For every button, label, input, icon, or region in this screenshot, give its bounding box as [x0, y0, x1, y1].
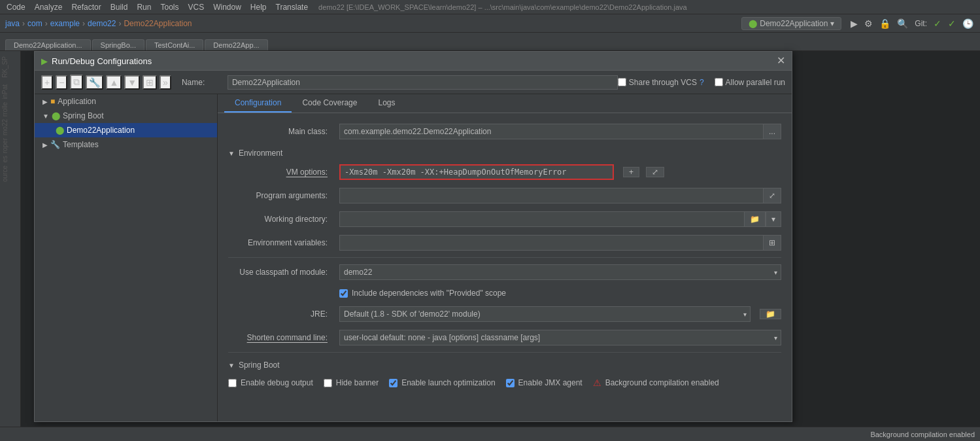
breadcrumb-class[interactable]: Demo22Application [124, 19, 192, 28]
tab-configuration[interactable]: Configuration [224, 94, 292, 113]
left-panel-label2: inPat [0, 83, 10, 101]
git-check2-icon[interactable]: ✓ [947, 17, 957, 30]
hide-banner-label: Hide banner [336, 378, 379, 387]
more-button[interactable]: » [160, 75, 171, 90]
env-vars-edit-button[interactable]: ⊞ [763, 235, 781, 251]
main-class-input[interactable] [339, 124, 763, 139]
hide-banner-row: Hide banner [324, 378, 379, 387]
classpath-label: Use classpath of module: [228, 268, 333, 277]
vm-options-fullscreen-button[interactable]: ⤢ [646, 167, 664, 177]
editor-tab-spring[interactable]: SpringBo... [92, 39, 144, 50]
menu-code[interactable]: Code [3, 1, 29, 13]
enable-jmx-label: Enable JMX agent [518, 378, 583, 387]
tree-item-templates[interactable]: ▶ 🔧 Templates [35, 137, 217, 152]
tab-code-coverage[interactable]: Code Coverage [292, 94, 367, 113]
working-dir-input[interactable] [339, 211, 744, 227]
tree-item-spring-boot-label: Spring Boot [63, 111, 104, 120]
enable-launch-checkbox[interactable] [389, 379, 397, 387]
help-icon[interactable]: ? [700, 78, 704, 87]
name-input[interactable] [228, 75, 618, 90]
editor-tab-testcont[interactable]: TestContAi... [146, 39, 203, 50]
tab-logs[interactable]: Logs [367, 94, 405, 113]
move-down-button[interactable]: ▼ [124, 75, 140, 90]
wrench-config-button[interactable]: 🔧 [86, 75, 103, 90]
move-up-button[interactable]: ▲ [106, 75, 122, 90]
tree-item-application-label: Application [58, 97, 96, 106]
editor-tab-demo22app[interactable]: Demo22Application... [5, 39, 91, 50]
allow-parallel-label: Allow parallel run [726, 78, 785, 87]
enable-launch-label: Enable launch optimization [401, 378, 495, 387]
env-arrow-icon: ▼ [228, 150, 235, 157]
dialog-title: ▶ Run/Debug Configurations [41, 56, 152, 66]
program-args-input[interactable] [339, 188, 763, 203]
jre-select[interactable]: Default (1.8 - SDK of 'demo22' module) [339, 306, 751, 322]
clock-icon[interactable]: 🕒 [961, 17, 975, 30]
breadcrumb-example[interactable]: example [50, 19, 80, 28]
app-arrow-icon: ▶ [42, 98, 48, 105]
run-config-label: Demo22Application [760, 19, 828, 28]
vm-options-expand-button[interactable]: + [623, 167, 639, 177]
env-vars-label: Environment variables: [228, 238, 333, 247]
search-icon[interactable]: 🔍 [896, 17, 909, 30]
program-args-row: Program arguments: ⤢ [228, 184, 781, 207]
config-form: Main class: ... ▼ Environment [218, 113, 792, 400]
vm-options-input[interactable] [339, 164, 614, 180]
menu-help[interactable]: Help [246, 1, 271, 13]
remove-config-button[interactable]: − [56, 75, 67, 90]
env-vars-row: Environment variables: ⊞ [228, 231, 781, 255]
add-config-button[interactable]: + [41, 75, 53, 90]
environment-section-header[interactable]: ▼ Environment [228, 143, 781, 160]
enable-debug-checkbox[interactable] [228, 379, 237, 387]
enable-launch-row: Enable launch optimization [389, 378, 495, 387]
env-vars-input[interactable] [339, 235, 763, 251]
share-vcs-checkbox[interactable] [618, 78, 626, 86]
gear-icon[interactable]: ⚙ [863, 17, 874, 30]
breadcrumb-demo22[interactable]: demo22 [88, 19, 116, 28]
shorten-cmd-row: Shorten command line: user-local default… [228, 326, 781, 349]
menu-refactor[interactable]: Refactor [67, 1, 105, 13]
breadcrumb-java[interactable]: java [5, 19, 20, 28]
form-divider-2 [228, 352, 781, 353]
working-dir-dropdown-button[interactable]: ▾ [766, 211, 781, 227]
menu-analyze[interactable]: Analyze [31, 1, 67, 13]
run-icon[interactable]: ▶ [849, 17, 859, 30]
classpath-select[interactable]: demo22 [339, 264, 781, 280]
working-dir-browse-button[interactable]: 📁 [744, 211, 766, 227]
spring-boot-section-header[interactable]: ▼ Spring Boot [228, 355, 781, 372]
tree-item-application[interactable]: ▶ ■ Application [35, 94, 217, 109]
copy-config-button[interactable]: ⧉ [70, 75, 83, 90]
breadcrumb-com[interactable]: com [27, 19, 42, 28]
hide-banner-checkbox[interactable] [324, 379, 332, 387]
working-dir-row: Working directory: 📁 ▾ [228, 207, 781, 231]
dialog-title-text: Run/Debug Configurations [52, 56, 152, 66]
git-label: Git: [913, 18, 928, 29]
menu-build[interactable]: Build [107, 1, 132, 13]
menu-tools[interactable]: Tools [156, 1, 182, 13]
toolbar-icons: ▶ ⚙ 🔒 🔍 Git: ✓ ✓ 🕒 [849, 17, 975, 30]
shorten-cmd-select[interactable]: user-local default: none - java [options… [339, 330, 781, 345]
main-class-browse-button[interactable]: ... [763, 124, 781, 139]
environment-label: Environment [239, 149, 282, 158]
menu-translate[interactable]: Translate [272, 1, 313, 13]
enable-jmx-checkbox[interactable] [506, 379, 515, 387]
allow-parallel-checkbox[interactable] [715, 78, 723, 86]
working-dir-label: Working directory: [228, 215, 333, 224]
menu-window[interactable]: Window [209, 1, 245, 13]
editor-tab-demo22[interactable]: Demo22App... [205, 39, 267, 50]
run-config-button[interactable]: ⬤ Demo22Application ▾ [741, 17, 841, 30]
include-deps-checkbox[interactable] [339, 289, 348, 298]
dialog-toolbar: + − ⧉ 🔧 ▲ ▼ ⊞ » [41, 75, 171, 90]
tree-item-demo22app[interactable]: ⬤ Demo22Application [35, 123, 217, 137]
grid-button[interactable]: ⊞ [143, 75, 157, 90]
templates-arrow-icon: ▶ [42, 141, 48, 149]
tree-item-spring-boot[interactable]: ▼ ⬤ Spring Boot [35, 109, 217, 123]
dialog-close-button[interactable]: ✕ [777, 56, 785, 66]
status-bar: Background compilation enabled [0, 427, 980, 441]
jre-browse-button[interactable]: 📁 [760, 309, 781, 319]
git-check1-icon[interactable]: ✓ [932, 17, 943, 30]
lock-icon[interactable]: 🔒 [878, 17, 892, 30]
menu-vcs[interactable]: VCS [184, 1, 208, 13]
program-args-expand-button[interactable]: ⤢ [763, 188, 781, 203]
menu-run[interactable]: Run [133, 1, 155, 13]
include-deps-checkbox-row: Include dependencies with "Provided" sco… [339, 289, 506, 298]
